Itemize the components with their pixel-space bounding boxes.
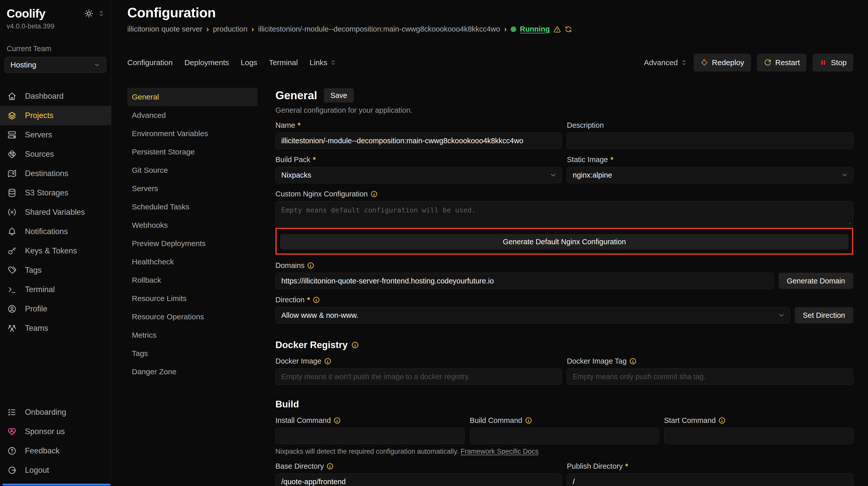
chevron-down-icon <box>778 312 785 319</box>
sidebar-item-shared-variables[interactable]: Shared Variables <box>0 202 111 222</box>
static-image-label: Static Image <box>567 156 608 164</box>
breadcrumb-link[interactable]: illicitestonion/-module--decomposition:m… <box>258 25 500 33</box>
save-button[interactable]: Save <box>324 88 354 102</box>
info-icon[interactable] <box>718 417 726 424</box>
tab-logs[interactable]: Logs <box>241 58 257 67</box>
start-command-input[interactable] <box>664 428 853 444</box>
advanced-menu[interactable]: Advanced <box>644 58 687 67</box>
restart-icon <box>764 59 772 67</box>
subnav-item-environment-variables[interactable]: Environment Variables <box>127 124 257 143</box>
subnav-item-webhooks[interactable]: Webhooks <box>127 216 257 234</box>
subnav-item-metrics[interactable]: Metrics <box>127 326 257 344</box>
status-running-link[interactable]: Running <box>520 25 550 33</box>
info-icon[interactable] <box>629 357 637 365</box>
base-directory-input[interactable] <box>275 474 562 486</box>
breadcrumb-separator: › <box>251 25 254 33</box>
sidebar-item-teams[interactable]: Teams <box>0 319 111 338</box>
static-image-value: nginx:alpine <box>573 171 612 180</box>
subnav-item-git-source[interactable]: Git Source <box>127 161 257 180</box>
variables-icon <box>7 207 17 217</box>
sidebar-item-notifications[interactable]: Notifications <box>0 222 111 241</box>
tab-terminal[interactable]: Terminal <box>269 58 298 67</box>
info-icon[interactable] <box>326 462 334 470</box>
breadcrumb-segment-illicitonion-quote-server: illicitonion quote server › <box>127 25 209 33</box>
breadcrumb-link[interactable]: illicitonion quote server <box>127 25 203 33</box>
build-command-input[interactable] <box>470 428 659 444</box>
sidebar-item-terminal[interactable]: Terminal <box>0 280 111 299</box>
breadcrumb: illicitonion quote server › production ›… <box>127 25 853 33</box>
sidebar-item-s3-storages[interactable]: S3 Storages <box>0 183 111 202</box>
name-input[interactable] <box>275 133 562 149</box>
info-icon[interactable] <box>525 417 532 424</box>
theme-selector-icon[interactable] <box>98 10 105 17</box>
subnav-item-danger-zone[interactable]: Danger Zone <box>127 363 257 381</box>
loading-bar <box>3 484 111 485</box>
docker-image-tag-input[interactable] <box>567 368 853 385</box>
subnav-item-preview-deployments[interactable]: Preview Deployments <box>127 234 257 253</box>
generate-nginx-config-button[interactable]: Generate Default Nginx Configuration <box>280 234 848 249</box>
team-select[interactable]: Hosting <box>5 57 106 73</box>
install-command-input[interactable] <box>275 428 465 444</box>
set-direction-button[interactable]: Set Direction <box>795 307 853 323</box>
tab-deployments[interactable]: Deployments <box>184 58 229 67</box>
warning-icon[interactable] <box>553 26 561 33</box>
install-command-label: Install Command <box>275 416 331 425</box>
sidebar-item-logout[interactable]: Logout <box>0 460 111 480</box>
subnav-item-resource-operations[interactable]: Resource Operations <box>127 307 257 326</box>
info-icon[interactable] <box>313 296 320 303</box>
subnav-item-healthcheck[interactable]: Healthcheck <box>127 253 257 271</box>
publish-directory-input[interactable] <box>567 474 853 486</box>
sun-icon[interactable] <box>84 9 94 18</box>
redeploy-button[interactable]: Redeploy <box>694 54 751 71</box>
docker-image-input[interactable] <box>275 368 562 385</box>
subnav-item-advanced[interactable]: Advanced <box>127 106 257 124</box>
sidebar-item-sponsor-us[interactable]: Sponsor us <box>0 422 111 441</box>
required-marker: * <box>611 156 613 164</box>
subnav-item-scheduled-tasks[interactable]: Scheduled Tasks <box>127 198 257 216</box>
publish-directory-label-row: Publish Directory * <box>567 462 853 471</box>
build-pack-select[interactable]: Nixpacks <box>275 167 562 183</box>
generate-domain-button[interactable]: Generate Domain <box>779 273 853 289</box>
custom-nginx-textarea[interactable] <box>275 201 853 227</box>
info-icon[interactable] <box>324 357 332 365</box>
sidebar-item-profile[interactable]: Profile <box>0 299 111 319</box>
required-marker: * <box>307 296 310 304</box>
tab-label: Logs <box>241 58 257 67</box>
info-icon[interactable] <box>307 262 314 269</box>
install-command-field: Install Command <box>275 410 465 444</box>
domains-input[interactable] <box>275 273 774 289</box>
subnav-item-servers[interactable]: Servers <box>127 180 257 198</box>
breadcrumb-link[interactable]: production <box>213 25 247 33</box>
subnav-item-tags[interactable]: Tags <box>127 344 257 363</box>
resize-handle-icon[interactable] <box>846 220 851 225</box>
sidebar-item-dashboard[interactable]: Dashboard <box>0 87 111 106</box>
subnav-item-persistent-storage[interactable]: Persistent Storage <box>127 143 257 161</box>
direction-select[interactable]: Allow www & non-www. <box>275 307 790 323</box>
sidebar-item-sources[interactable]: Sources <box>0 144 111 164</box>
subnav-item-resource-limits[interactable]: Resource Limits <box>127 289 257 307</box>
info-icon[interactable] <box>334 417 341 424</box>
sidebar-item-keys-tokens[interactable]: Keys & Tokens <box>0 241 111 261</box>
sidebar-item-tags[interactable]: Tags <box>0 261 111 280</box>
tab-configuration[interactable]: Configuration <box>127 58 173 67</box>
info-icon[interactable] <box>370 190 378 198</box>
static-image-select[interactable]: nginx:alpine <box>567 167 853 183</box>
description-input[interactable] <box>567 133 853 149</box>
info-icon[interactable] <box>351 341 359 349</box>
sidebar-item-destinations[interactable]: Destinations <box>0 164 111 183</box>
custom-nginx-label-row: Custom Nginx Configuration <box>275 190 853 198</box>
stop-button[interactable]: Stop <box>812 54 853 71</box>
sidebar-item-onboarding[interactable]: Onboarding <box>0 402 111 422</box>
sidebar-item-servers[interactable]: Servers <box>0 125 111 144</box>
restart-button[interactable]: Restart <box>757 54 807 71</box>
tab-links[interactable]: Links <box>310 58 337 67</box>
docker-image-tag-label: Docker Image Tag <box>567 357 627 365</box>
sidebar-item-feedback[interactable]: Feedback <box>0 441 111 460</box>
database-icon <box>7 188 17 198</box>
status-badge: Running <box>510 25 572 33</box>
subnav-item-rollback[interactable]: Rollback <box>127 271 257 289</box>
subnav-item-general[interactable]: General <box>127 88 257 106</box>
refresh-icon[interactable] <box>565 26 572 33</box>
sidebar-item-projects[interactable]: Projects <box>0 106 111 125</box>
framework-docs-link[interactable]: Framework Specific Docs <box>461 448 538 455</box>
